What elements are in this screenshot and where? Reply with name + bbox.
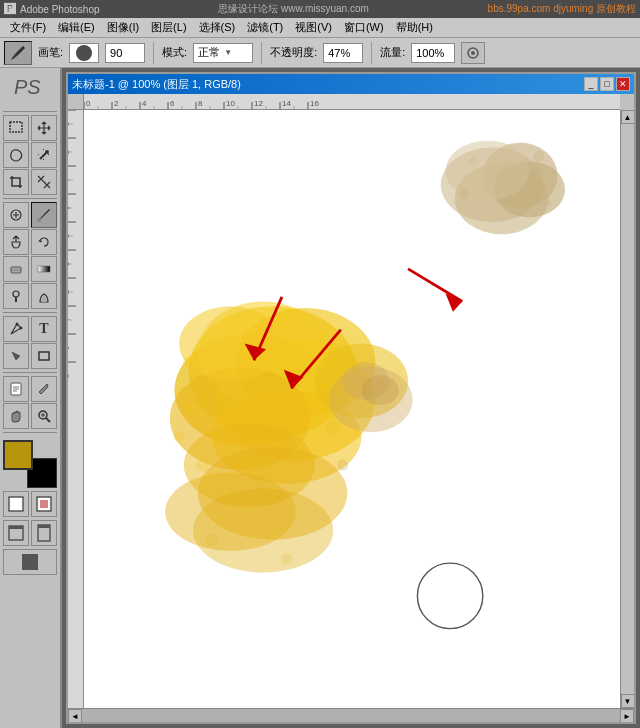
tool-divider-2 <box>3 312 57 313</box>
magic-wand-tool[interactable] <box>31 142 57 168</box>
brush-tool[interactable] <box>31 202 57 228</box>
app-title: Adobe Photoshop <box>20 4 100 15</box>
brush-label: 画笔: <box>38 45 63 60</box>
watermark2: bbs.99pa.com djyuming 原创教程 <box>488 2 636 16</box>
menu-item-f[interactable]: 文件(F) <box>4 18 52 37</box>
marquee-tool[interactable] <box>3 115 29 141</box>
canvas-area[interactable] <box>84 110 620 708</box>
svg-line-114 <box>408 269 462 302</box>
svg-rect-9 <box>38 266 50 272</box>
brush-size[interactable]: 90 <box>105 43 145 63</box>
eraser-tool[interactable] <box>3 256 29 282</box>
brush-cursor <box>417 563 482 628</box>
ruler-left-svg: 0 2 4 6 8 1 2 <box>68 110 84 708</box>
zoom-tool[interactable] <box>31 403 57 429</box>
opacity-value[interactable]: 47% <box>323 43 363 63</box>
notes-tool[interactable] <box>3 376 29 402</box>
stamp-tool[interactable] <box>3 229 29 255</box>
screen-mode-row <box>3 520 57 546</box>
document-title: 未标题-1 @ 100% (图层 1, RGB/8) <box>72 77 241 92</box>
svg-point-1 <box>471 51 475 55</box>
dodge-tool[interactable] <box>3 283 29 309</box>
document-titlebar: 未标题-1 @ 100% (图层 1, RGB/8) _ □ ✕ <box>68 74 634 94</box>
scroll-right-button[interactable]: ► <box>620 709 634 722</box>
svg-rect-22 <box>38 525 50 528</box>
photoshop-logo: PS <box>10 72 50 102</box>
menu-item-e[interactable]: 编辑(E) <box>52 18 101 37</box>
painting-content <box>84 110 620 708</box>
restore-button[interactable]: □ <box>600 77 614 91</box>
flow-value[interactable]: 100% <box>411 43 455 63</box>
crop-tool[interactable] <box>3 169 29 195</box>
scrollbar-right: ▲ ▼ <box>620 110 634 708</box>
mode-dropdown[interactable]: 正常 <box>193 43 253 63</box>
ruler-left: 0 2 4 6 8 1 2 <box>68 110 84 708</box>
app-icon: 🅿 <box>4 2 16 16</box>
menu-item-h[interactable]: 帮助(H) <box>390 18 439 37</box>
shape-tool[interactable] <box>31 343 57 369</box>
gradient-tool[interactable] <box>31 256 57 282</box>
path-select-tool[interactable] <box>3 343 29 369</box>
minimize-button[interactable]: _ <box>584 77 598 91</box>
scroll-up-button[interactable]: ▲ <box>621 110 635 124</box>
watermark: 思缘设计论坛 www.missyuan.com <box>218 2 369 16</box>
menu-item-i[interactable]: 图像(I) <box>101 18 145 37</box>
heal-tool[interactable] <box>3 202 29 228</box>
screen-mode-1[interactable] <box>3 520 29 546</box>
arrow-2 <box>408 269 462 312</box>
hand-tool[interactable] <box>3 403 29 429</box>
burn-tool[interactable] <box>31 283 57 309</box>
fullscreen-mode[interactable] <box>3 549 57 575</box>
flow-label: 流量: <box>380 45 405 60</box>
quick-mask-btn[interactable] <box>31 491 57 517</box>
menu-item-w[interactable]: 窗口(W) <box>338 18 390 37</box>
svg-rect-16 <box>9 497 23 511</box>
scroll-track-horizontal[interactable] <box>82 709 620 722</box>
svg-text:16: 16 <box>310 99 319 108</box>
screen-mode-2[interactable] <box>31 520 57 546</box>
brush-tool-active[interactable] <box>4 41 32 65</box>
svg-point-108 <box>205 533 218 546</box>
menu-item-s[interactable]: 选择(S) <box>193 18 242 37</box>
svg-point-86 <box>469 157 478 166</box>
scroll-left-button[interactable]: ◄ <box>68 709 82 722</box>
color-area <box>3 440 57 488</box>
svg-text:2: 2 <box>114 99 119 108</box>
tool-row-6 <box>3 256 57 282</box>
svg-point-94 <box>179 306 282 381</box>
eyedropper-tool[interactable] <box>31 376 57 402</box>
main-area: PS <box>0 68 640 728</box>
menu-item-t[interactable]: 滤镜(T) <box>241 18 289 37</box>
document-window: 未标题-1 @ 100% (图层 1, RGB/8) _ □ ✕ <box>66 72 636 724</box>
tool-divider-0 <box>3 111 57 112</box>
tool-divider-3 <box>3 372 57 373</box>
separator3 <box>371 42 372 64</box>
pen-tool[interactable] <box>3 316 29 342</box>
airbrush-toggle[interactable] <box>461 42 485 64</box>
tool-row-3 <box>3 169 57 195</box>
tool-row-8: T <box>3 316 57 342</box>
standard-mode-btn[interactable] <box>3 491 29 517</box>
move-tool[interactable] <box>31 115 57 141</box>
menu-item-v[interactable]: 视图(V) <box>289 18 338 37</box>
svg-text:PS: PS <box>14 76 41 98</box>
history-brush-tool[interactable] <box>31 229 57 255</box>
scroll-down-button[interactable]: ▼ <box>621 694 635 708</box>
brush-preview[interactable] <box>69 43 99 63</box>
svg-rect-4 <box>10 122 22 132</box>
scrollbar-bottom: ◄ ► <box>68 708 634 722</box>
lasso-tool[interactable] <box>3 142 29 168</box>
close-button[interactable]: ✕ <box>616 77 630 91</box>
svg-point-5 <box>45 150 49 154</box>
svg-text:8: 8 <box>198 99 203 108</box>
menu-item-l[interactable]: 图层(L) <box>145 18 192 37</box>
svg-point-82 <box>445 141 529 201</box>
slice-tool[interactable] <box>31 169 57 195</box>
canvas-with-rulers: 0 2 4 6 8 10 12 <box>68 94 634 722</box>
svg-point-104 <box>183 357 194 368</box>
tool-row-1 <box>3 115 57 141</box>
svg-rect-20 <box>9 526 23 529</box>
foreground-color-swatch[interactable] <box>3 440 33 470</box>
document-controls: _ □ ✕ <box>584 77 630 91</box>
text-tool[interactable]: T <box>31 316 57 342</box>
